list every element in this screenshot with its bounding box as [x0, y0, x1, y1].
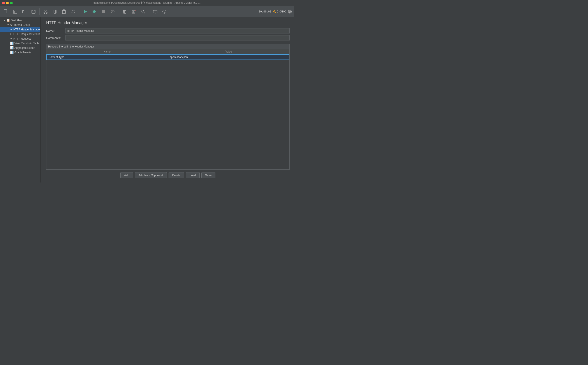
headers-table: Name Value Content-Type application/json — [46, 49, 289, 169]
run-remote-button[interactable] — [151, 7, 159, 16]
add-from-clipboard-button[interactable]: Add from Clipboard — [135, 172, 167, 178]
svg-line-24 — [144, 12, 145, 13]
test-plan-icon: 📋 — [7, 19, 10, 22]
graph-results-icon: 📊 — [10, 51, 14, 54]
start-button[interactable] — [81, 7, 89, 16]
maximize-button[interactable] — [10, 2, 13, 4]
open-button[interactable] — [20, 7, 28, 16]
thread-group-icon: ⚙ — [10, 23, 13, 27]
close-button[interactable] — [2, 2, 5, 4]
name-row: Name: — [46, 28, 290, 34]
save-button[interactable] — [29, 7, 38, 16]
comments-label: Comments: — [46, 36, 64, 40]
svg-text:?: ? — [164, 10, 165, 13]
aggregate-report-icon: 📊 — [10, 46, 14, 49]
svg-marker-17 — [94, 10, 96, 13]
sidebar-label-aggregate-report: Aggregate Report — [14, 46, 35, 49]
content-area: HTTP Header Manager Name: Comments: Head… — [42, 17, 294, 182]
page-title: HTTP Header Manager — [46, 21, 290, 25]
svg-rect-5 — [33, 10, 34, 11]
col-value-header: Value — [168, 49, 289, 54]
copy-button[interactable] — [50, 7, 59, 16]
add-button[interactable]: Add — [120, 172, 133, 178]
remote-icon — [287, 9, 292, 14]
stop-button[interactable] — [99, 7, 108, 16]
sidebar-label-test-plan: Test Plan — [11, 19, 22, 22]
paste-button[interactable] — [60, 7, 68, 16]
sidebar-label-view-results-table: View Results in Table — [14, 42, 39, 45]
toolbar-sep-3 — [119, 8, 119, 15]
window-title: dabaoTest.jmx (/Users/jyu36/Desktop/大宝问卷… — [93, 1, 200, 5]
templates-button[interactable] — [11, 7, 19, 16]
sidebar: ▼ 📋 Test Plan ▼ ⚙ Thread Group ✂ HTTP He… — [0, 17, 41, 182]
svg-rect-18 — [102, 10, 105, 13]
sidebar-label-http-header-manager: HTTP Header Manager — [13, 28, 41, 31]
name-input[interactable] — [65, 28, 290, 34]
svg-rect-0 — [4, 10, 7, 13]
toolbar-sep-1 — [39, 8, 40, 15]
shutdown-button[interactable] — [109, 7, 117, 16]
toolbar-sep-4 — [149, 8, 149, 15]
col-name-header: Name — [46, 49, 168, 54]
table-row[interactable]: Content-Type application/json — [46, 54, 289, 60]
table-header: Name Value — [46, 49, 289, 54]
svg-rect-6 — [32, 12, 35, 13]
sidebar-item-http-request[interactable]: ✂ HTTP Request — [0, 36, 40, 41]
headers-section: Headers Stored in the Header Manager Nam… — [46, 44, 290, 170]
sidebar-item-thread-group[interactable]: ▼ ⚙ Thread Group — [0, 22, 40, 27]
new-button[interactable] — [2, 7, 10, 16]
help-button[interactable]: ? — [160, 7, 169, 16]
start-no-pause-button[interactable] — [90, 7, 99, 16]
sidebar-item-aggregate-report[interactable]: 📊 Aggregate Report — [0, 46, 40, 50]
warning-count: 0 — [277, 10, 278, 13]
http-header-manager-icon: ✂ — [10, 28, 13, 31]
bottom-action-bar: Add Add from Clipboard Delete Load Save — [46, 170, 290, 179]
delete-button[interactable]: Delete — [169, 172, 184, 178]
name-label: Name: — [46, 29, 64, 33]
warning-indicator: ! 0 — [273, 10, 278, 13]
titlebar: dabaoTest.jmx (/Users/jyu36/Desktop/大宝问卷… — [0, 0, 294, 6]
find-button[interactable] — [139, 7, 147, 16]
expand-arrow-thread-group: ▼ — [7, 24, 9, 26]
load-button[interactable]: Load — [186, 172, 200, 178]
sidebar-item-http-request-defaults[interactable]: ✂ HTTP Request Defaults — [0, 32, 40, 36]
svg-text:!: ! — [274, 11, 275, 13]
toolbar: ? 00:00:01 ! 0 0/100 — [0, 6, 294, 17]
main-layout: ▼ 📋 Test Plan ▼ ⚙ Thread Group ✂ HTTP He… — [0, 17, 294, 182]
progress-counter: 0/100 — [280, 10, 286, 13]
cut-button[interactable] — [41, 7, 50, 16]
sidebar-item-view-results-table[interactable]: 📊 View Results in Table — [0, 41, 40, 46]
view-results-icon: 📊 — [10, 42, 14, 45]
sidebar-item-test-plan[interactable]: ▼ 📋 Test Plan — [0, 18, 40, 22]
minimize-button[interactable] — [6, 2, 9, 4]
headers-section-title: Headers Stored in the Header Manager — [46, 44, 289, 49]
cell-name-0: Content-Type — [47, 55, 168, 60]
http-request-defaults-icon: ✂ — [10, 32, 13, 36]
sidebar-label-http-request: HTTP Request — [13, 37, 31, 40]
traffic-lights — [2, 2, 13, 4]
comments-input[interactable] — [65, 35, 290, 41]
svg-rect-12 — [53, 10, 56, 13]
http-request-icon: ✂ — [10, 37, 13, 40]
svg-point-23 — [142, 10, 144, 12]
sidebar-label-http-request-defaults: HTTP Request Defaults — [13, 33, 41, 36]
cell-value-0: application/json — [168, 55, 289, 60]
comments-row: Comments: — [46, 35, 290, 41]
save-headers-button[interactable]: Save — [201, 172, 215, 178]
expand-arrow-test-plan: ▼ — [4, 19, 6, 21]
timer-display: 00:00:01 — [259, 10, 271, 13]
toolbar-status: 00:00:01 ! 0 0/100 — [259, 9, 292, 14]
sidebar-item-graph-results[interactable]: 📊 Graph Results — [0, 50, 40, 55]
sidebar-item-http-header-manager[interactable]: ✂ HTTP Header Manager — [0, 27, 40, 32]
svg-marker-15 — [84, 10, 87, 13]
clear-all-button[interactable] — [130, 7, 138, 16]
svg-rect-25 — [153, 10, 157, 13]
sidebar-label-graph-results: Graph Results — [14, 51, 31, 54]
svg-rect-1 — [13, 10, 17, 13]
sidebar-label-thread-group: Thread Group — [14, 23, 30, 27]
expand-button[interactable] — [69, 7, 77, 16]
clear-button[interactable] — [121, 7, 129, 16]
toolbar-sep-2 — [79, 8, 79, 15]
